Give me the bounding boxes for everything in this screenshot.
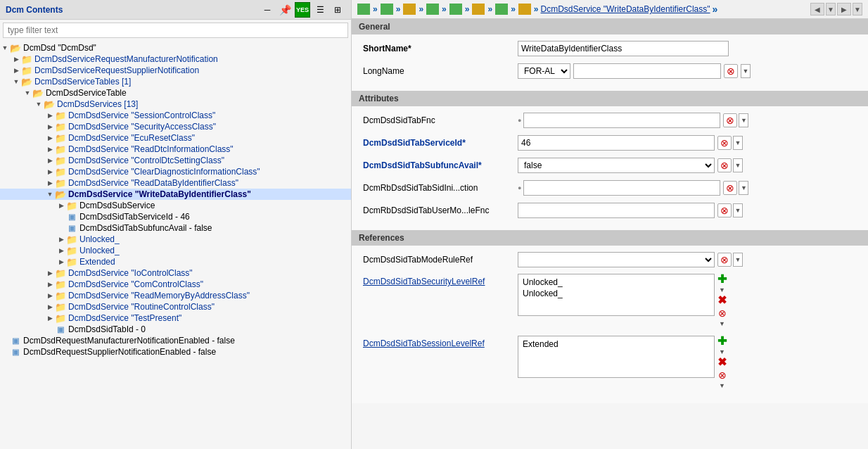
tree-item[interactable]: ▼ 📂 DcmDsd "DcmDsd" — [0, 42, 351, 53]
tree-toggle[interactable]: ▶ — [56, 257, 66, 267]
nav-icon-4[interactable] — [426, 4, 439, 15]
session-level-ref-link[interactable]: DcmDsdSidTabSessionLevelRef — [363, 339, 485, 348]
sid-tab-subfunc-dropdown-btn[interactable]: ▼ — [733, 158, 743, 172]
tree-toggle[interactable]: ▼ — [34, 99, 44, 109]
tree-item[interactable]: ▶ 📁 DcmDsdServiceRequestSupplierNotifica… — [0, 65, 351, 76]
security-level-clear-dropdown[interactable]: ▼ — [717, 320, 727, 327]
tree-item[interactable]: ▣ DcmDsdSidTabServiceId - 46 — [0, 211, 351, 222]
tree-toggle[interactable]: ▶ — [45, 279, 55, 289]
tree-toggle[interactable]: ▼ — [23, 88, 32, 98]
tree-toggle[interactable]: ▶ — [56, 201, 66, 210]
tree-item[interactable]: ▶ 📁 DcmDsdService "ReadDtcInformationCla… — [0, 144, 351, 155]
tree-item[interactable]: ▶ 📁 DcmDsdService "TestPresent" — [0, 312, 351, 324]
sid-tab-fnc-clear-btn[interactable]: ⊗ — [723, 113, 737, 127]
tree-item-selected[interactable]: ▼ 📂 DcmDsdService "WriteDataByIdentifier… — [0, 189, 351, 200]
tree-item[interactable]: ▶ 📁 DcmDsdServiceRequestManufacturerNoti… — [0, 53, 351, 65]
tree-toggle[interactable]: ▶ — [45, 302, 55, 312]
tree-toggle[interactable]: ▶ — [45, 313, 55, 323]
session-level-remove-btn[interactable]: ✖ — [717, 357, 727, 368]
sid-tab-svc-id-input[interactable] — [518, 135, 715, 151]
sid-tab-subfunc-clear-btn[interactable]: ⊗ — [717, 158, 732, 172]
tree-item[interactable]: ▶ 📁 DcmDsdService "EcuResetClass" — [0, 132, 351, 144]
tree-item[interactable]: ▣ DcmDsdSidTabSubfuncAvail - false — [0, 222, 351, 234]
grid-btn[interactable]: ⊞ — [330, 2, 345, 18]
security-level-remove-btn[interactable]: ✖ — [717, 295, 727, 306]
list-item[interactable]: Extended — [521, 339, 712, 350]
tree-item[interactable]: ▶ 📁 DcmDsdService "ControlDtcSettingClas… — [0, 155, 351, 166]
tree-item[interactable]: ▣ DcmDsdRequestManufacturerNotificationE… — [0, 335, 351, 346]
tree-item[interactable]: ▶ 📁 DcmDsdService "SecurityAccessClass" — [0, 121, 351, 132]
tree-item[interactable]: ▶ 📁 DcmDsdService "ComControlClass" — [0, 279, 351, 290]
forward-button[interactable]: ▶ — [837, 3, 851, 15]
pin-btn[interactable]: 📌 — [277, 2, 293, 18]
nav-dropdown[interactable]: ▼ — [826, 3, 836, 15]
session-level-clear-dropdown[interactable]: ▼ — [717, 382, 727, 389]
minimize-btn[interactable]: ─ — [260, 2, 275, 18]
tree-toggle[interactable]: ▶ — [45, 122, 55, 132]
shortname-input[interactable] — [518, 41, 729, 56]
session-level-add-btn[interactable]: ✚ — [717, 336, 727, 347]
nav-icon-6[interactable] — [472, 4, 485, 15]
mode-rule-ref-select[interactable] — [518, 252, 715, 267]
longname-input[interactable] — [573, 63, 721, 79]
tree-item[interactable]: ▶ 📁 DcmDsdSubService — [0, 200, 351, 211]
security-level-add-dropdown[interactable]: ▼ — [717, 286, 727, 293]
rb-sid-user-dropdown-btn[interactable]: ▼ — [733, 203, 743, 217]
tree-toggle[interactable]: ▼ — [11, 77, 21, 87]
rb-sid-ini-clear-btn[interactable]: ⊗ — [723, 181, 737, 195]
list-btn[interactable]: ☰ — [312, 2, 328, 18]
sid-tab-svc-id-clear-btn[interactable]: ⊗ — [717, 136, 732, 150]
nav-icon-2[interactable] — [381, 4, 393, 15]
tree-toggle[interactable]: ▶ — [45, 144, 55, 154]
sid-tab-svc-id-dropdown-btn[interactable]: ▼ — [733, 136, 743, 150]
nav-icon-7[interactable] — [495, 4, 508, 15]
tree-item[interactable]: ▼ 📂 DcmDsdServiceTables [1] — [0, 76, 351, 87]
mode-rule-ref-dropdown-btn[interactable]: ▼ — [733, 253, 743, 267]
security-level-add-btn[interactable]: ✚ — [717, 274, 727, 285]
tree-toggle[interactable]: ▶ — [45, 268, 55, 278]
longname-lang-select[interactable]: FOR-ALL — [518, 63, 570, 79]
nav-icon-8[interactable] — [518, 4, 531, 15]
sid-tab-fnc-dropdown-btn[interactable]: ▼ — [739, 113, 748, 127]
tree-item[interactable]: ▶ 📁 Extended — [0, 256, 351, 267]
tree-item[interactable]: ▶ 📁 DcmDsdService "ClearDiagnosticInform… — [0, 166, 351, 177]
tree-item[interactable]: ▣ DcmDsdSidTabId - 0 — [0, 324, 351, 335]
longname-dropdown-btn[interactable]: ▼ — [741, 64, 751, 78]
tree-toggle[interactable]: ▶ — [45, 133, 55, 143]
tree-item[interactable]: ▶ 📁 Unlocked_ — [0, 234, 351, 245]
longname-clear-btn[interactable]: ⊗ — [724, 64, 738, 78]
tree-item[interactable]: ▼ 📂 DcmDsdServices [13] — [0, 99, 351, 110]
back-button[interactable]: ◀ — [810, 3, 824, 15]
rb-sid-user-clear-btn[interactable]: ⊗ — [717, 203, 732, 217]
sid-tab-subfunc-select[interactable]: false true — [518, 158, 715, 173]
tree-item[interactable]: ▼ 📂 DcmDsdServiceTable — [0, 87, 351, 99]
tree-toggle[interactable]: ▶ — [56, 246, 66, 255]
rb-sid-ini-input[interactable] — [523, 180, 720, 196]
tree-toggle[interactable]: ▶ — [45, 291, 55, 301]
tree-toggle[interactable]: ▼ — [45, 189, 55, 199]
session-level-clear-btn[interactable]: ⊗ — [717, 369, 727, 381]
tree-item[interactable]: ▶ 📁 DcmDsdService "ReadDataByIdentifierC… — [0, 177, 351, 189]
tree-toggle[interactable]: ▶ — [11, 54, 21, 64]
list-item[interactable]: Unlocked_ — [521, 288, 712, 299]
sid-tab-fnc-input[interactable] — [523, 113, 720, 128]
security-level-clear-btn[interactable]: ⊗ — [717, 308, 727, 319]
filter-input[interactable] — [3, 23, 348, 38]
rb-sid-user-input[interactable] — [518, 203, 715, 218]
tree-item[interactable]: ▶ 📁 DcmDsdService "IoControlClass" — [0, 267, 351, 279]
tree-toggle[interactable]: ▶ — [45, 178, 55, 188]
breadcrumb-current[interactable]: DcmDsdService "WriteDataByIdentifierClas… — [541, 4, 710, 14]
tree-item[interactable]: ▣ DcmDsdRequestSupplierNotificationEnabl… — [0, 346, 351, 358]
list-item[interactable]: Unlocked_ — [521, 277, 712, 288]
mode-rule-ref-clear-btn[interactable]: ⊗ — [717, 253, 732, 267]
nav-icon-5[interactable] — [449, 4, 462, 15]
session-level-add-dropdown[interactable]: ▼ — [717, 348, 727, 355]
tree-toggle[interactable]: ▶ — [56, 234, 66, 244]
mode-rule-ref-link[interactable]: DcmDsdSidTabModeRuleRef — [363, 255, 473, 265]
tree-toggle[interactable]: ▶ — [45, 156, 55, 165]
tree-item[interactable]: ▶ 📁 DcmDsdService "RoutineControlClass" — [0, 301, 351, 312]
forward-dropdown[interactable]: ▼ — [853, 3, 862, 15]
tree-toggle[interactable]: ▶ — [45, 110, 55, 120]
yes-btn[interactable]: YES — [295, 2, 310, 18]
tree-item[interactable]: ▶ 📁 DcmDsdService "ReadMemoryByAddressCl… — [0, 290, 351, 301]
